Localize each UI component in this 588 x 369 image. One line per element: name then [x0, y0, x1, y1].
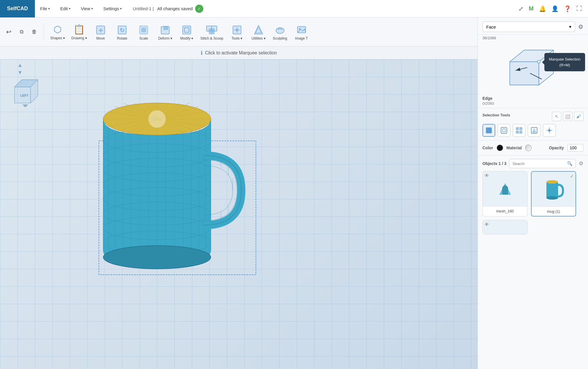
top-menu-bar: SelfCAD File ▾ Edit ▾ View ▾ Settings ▾ … — [0, 0, 588, 17]
menu-settings[interactable]: Settings ▾ — [98, 0, 127, 17]
nav-down-icon[interactable]: ▼ — [17, 70, 23, 76]
tools-icon — [231, 24, 243, 36]
svg-rect-127 — [501, 127, 507, 133]
svg-text:LEFT: LEFT — [20, 94, 28, 97]
notification-bar[interactable]: ℹ Click to activate Marquee selection — [0, 47, 477, 59]
utilities-icon — [252, 24, 265, 36]
objects-title: Objects 1 / 3 — [482, 161, 506, 166]
notification-text: Click to activate Marquee selection — [205, 50, 277, 56]
stitch-scoop-icon — [205, 24, 218, 36]
color-picker[interactable] — [497, 145, 503, 151]
svg-marker-134 — [532, 128, 537, 133]
rotate-label: Rotate — [117, 36, 127, 40]
svg-text:↻: ↻ — [120, 27, 125, 33]
logo[interactable]: SelfCAD — [0, 0, 35, 17]
svg-point-140 — [546, 196, 558, 200]
delete-button[interactable]: 🗑 — [28, 26, 40, 38]
search-icon: 🔍 — [567, 161, 573, 166]
object-label-mug1: mug (1) — [532, 207, 575, 216]
opacity-label: Opacity — [549, 146, 564, 150]
svg-point-85 — [103, 246, 211, 269]
stitch-scoop-tool[interactable]: Stitch & Scoop — [198, 22, 226, 42]
document-title: Untitled-1 | — [133, 6, 154, 11]
top-bar-right: ⤢ M 🔔 👤 ❓ ⛶ — [518, 5, 588, 12]
sel-grid-icon[interactable] — [513, 124, 525, 137]
object-thumb-mesh160[interactable]: 👁 mesh_160 — [482, 171, 528, 217]
sel-wireframe-icon[interactable] — [498, 124, 510, 137]
shapes-tool[interactable]: ⬡ Shapes — [47, 22, 68, 42]
menu-view[interactable]: View ▾ — [76, 0, 98, 17]
mug-3d-model — [58, 74, 262, 292]
right-panel: › Face ▾ ⚙ 36/1066 — [477, 17, 588, 369]
objects-panel: Objects 1 / 3 🔍 ⚙ 👁 mesh_160 — [478, 155, 588, 238]
move-tool[interactable]: ✛ Move — [90, 22, 111, 42]
sculpting-label: Sculpting — [273, 36, 287, 40]
modify-icon — [180, 24, 193, 36]
menu-file[interactable]: File ▾ — [35, 0, 55, 17]
canvas-area[interactable]: LEFT ▲ ▼ — [0, 59, 477, 369]
menu-bar: File ▾ Edit ▾ View ▾ Settings ▾ — [35, 0, 127, 17]
tools-tool[interactable]: Tools — [227, 22, 247, 42]
svg-rect-5 — [141, 28, 146, 32]
sculpting-icon — [274, 24, 286, 36]
material-picker[interactable] — [525, 145, 532, 151]
svg-rect-12 — [209, 29, 214, 34]
collapse-panel-button[interactable]: › — [477, 186, 478, 201]
sculpting-tool[interactable]: Sculpting — [270, 22, 290, 42]
sel-solid-icon[interactable] — [482, 124, 495, 137]
panel-settings-gear[interactable]: ⚙ — [578, 23, 583, 30]
info-icon: ℹ — [201, 50, 203, 56]
modify-label: Modify — [180, 36, 193, 40]
mug1-preview — [542, 176, 565, 202]
sel-shell-icon[interactable] — [528, 124, 541, 137]
preview-3d-area: Marquee Selection(R+M) — [478, 41, 588, 94]
deform-label: Deform — [158, 36, 172, 40]
fullscreen-icon[interactable]: ⛶ — [576, 5, 582, 12]
image-icon — [295, 24, 308, 36]
face-label: Face — [486, 24, 496, 29]
rotate-icon: ↻ — [116, 24, 129, 36]
sel-mode-paint[interactable]: 🖌 — [574, 112, 583, 121]
rotate-tool[interactable]: ↻ Rotate — [112, 22, 132, 42]
m-icon[interactable]: M — [529, 5, 534, 12]
marquee-tooltip-text: Marquee Selection(R+M) — [549, 57, 580, 67]
svg-point-111 — [148, 110, 166, 128]
utilities-tool[interactable]: Utilities — [248, 22, 269, 42]
sel-mode-box[interactable]: ⬜ — [563, 112, 572, 121]
opacity-input[interactable] — [567, 144, 583, 152]
duplicate-button[interactable]: ⧉ — [16, 26, 27, 38]
svg-rect-8 — [183, 26, 191, 34]
nav-up-icon[interactable]: ▲ — [17, 62, 23, 68]
face-selector-dropdown[interactable]: Face ▾ — [482, 22, 575, 32]
color-label: Color — [482, 146, 493, 150]
share-icon[interactable]: ⤢ — [518, 5, 523, 12]
edge-section: Edge 0/2060 — [478, 94, 588, 108]
objects-search-input[interactable] — [512, 162, 565, 166]
object-thumb-mug1[interactable]: ✓ mug (1) — [531, 171, 576, 217]
sel-mode-cursor[interactable]: ↖ — [552, 112, 561, 121]
drawing-label: Drawing — [71, 36, 87, 40]
image-tool[interactable]: Image T — [291, 22, 312, 42]
move-label: Move — [96, 36, 105, 40]
check-icon: ✓ — [570, 173, 574, 179]
objects-settings-gear[interactable]: ⚙ — [579, 160, 583, 167]
menu-edit[interactable]: Edit ▾ — [55, 0, 76, 17]
svg-rect-129 — [516, 127, 519, 130]
drawing-tool[interactable]: 📋 Drawing — [69, 22, 89, 42]
deform-tool[interactable]: Deform — [155, 22, 175, 42]
user-icon[interactable]: 👤 — [551, 5, 559, 12]
object-thumb-third[interactable]: 👁 — [482, 220, 528, 235]
undo-button[interactable]: ↩ — [3, 26, 15, 38]
utilities-label: Utilities — [252, 36, 266, 40]
object-thumb-img-mesh160: 👁 — [483, 171, 527, 206]
save-check-icon: ✓ — [195, 5, 203, 13]
svg-marker-25 — [22, 104, 28, 107]
sel-point-icon[interactable] — [543, 124, 556, 137]
notifications-icon[interactable]: 🔔 — [539, 5, 546, 12]
shapes-label: Shapes — [50, 36, 65, 40]
mug-svg — [58, 74, 262, 292]
help-icon[interactable]: ❓ — [564, 5, 571, 12]
modify-tool[interactable]: Modify — [177, 22, 197, 42]
scale-tool[interactable]: Scale — [133, 22, 154, 42]
menu-edit-arrow: ▾ — [69, 7, 70, 10]
